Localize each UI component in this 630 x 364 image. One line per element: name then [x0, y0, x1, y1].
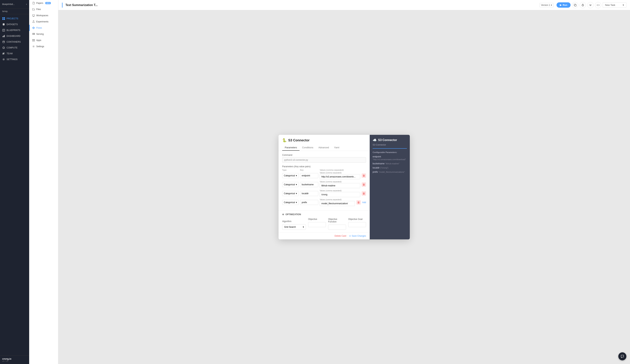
- tab-advanced[interactable]: Advanced: [316, 145, 332, 151]
- card-left-panel: 🐍 S3 Connector Parameters Conditions Adv…: [278, 135, 370, 239]
- param-key-input-0[interactable]: [300, 173, 318, 178]
- svg-rect-45: [32, 40, 33, 41]
- objective-inputs: Objective Objective Function Objective G…: [308, 218, 366, 230]
- sidebar-item-team[interactable]: TEAM: [0, 51, 29, 56]
- config-param-bucketname: bucketname "libhub-readme": [372, 162, 407, 165]
- delete-card-button[interactable]: Delete Card: [334, 235, 346, 237]
- param-val-input-1[interactable]: [320, 183, 360, 188]
- config-button[interactable]: [587, 2, 594, 8]
- algo-select[interactable]: Grid Search ▾: [282, 224, 306, 230]
- type-chevron-icon-1: ▾: [296, 183, 297, 186]
- tab-yaml[interactable]: Yaml: [332, 145, 342, 151]
- timer-button[interactable]: [580, 2, 586, 8]
- param-val-group-3: Values (comma separated): [320, 199, 355, 206]
- param-val-group-2: Values (comma separated): [320, 190, 360, 197]
- type-chevron-icon-0: ▾: [296, 174, 297, 177]
- delete-param-btn-1[interactable]: 🗑: [362, 182, 366, 187]
- sidebar-user: tanay.: [0, 8, 29, 14]
- sidebar-close-btn[interactable]: ‹: [26, 2, 27, 6]
- param-type-select-0[interactable]: Categorical ▾: [282, 173, 298, 178]
- sidebar-item-projects[interactable]: PROJECTS: [0, 16, 29, 21]
- optimization-label: OPTIMIZATION: [286, 213, 301, 216]
- sub-sidebar-item-sub-settings[interactable]: Settings: [29, 43, 58, 49]
- svg-rect-43: [32, 39, 33, 40]
- topbar: Text Summarization T... Version 1 ▾ ▶ Ru…: [58, 0, 630, 10]
- params-list: Categorical ▾ Values (comma separated) 🗑: [282, 172, 366, 208]
- save-changes-label: Save Changes: [352, 235, 366, 237]
- svg-rect-0: [2, 17, 4, 18]
- sub-sidebar-item-flows[interactable]: Flows: [29, 25, 58, 31]
- copy-button[interactable]: [572, 2, 578, 8]
- delete-param-btn-0[interactable]: 🗑: [362, 173, 366, 178]
- val-label-0: Values (comma separated): [320, 172, 360, 174]
- svg-rect-44: [34, 39, 35, 40]
- version-selector[interactable]: Version 1 ▾: [540, 3, 554, 7]
- param-key-input-1[interactable]: [300, 182, 318, 187]
- config-param-name-bucketname: bucketname: [372, 162, 384, 165]
- param-key-input-2[interactable]: [300, 191, 318, 196]
- topbar-actions: ▶ Run New Task ▾: [556, 2, 626, 8]
- sidebar-item-compute[interactable]: COMPUTE: [0, 45, 29, 51]
- config-param-endpoint: endpoint "http://s3.amazonaws.com/downlo…: [372, 155, 407, 161]
- type-chevron-icon-3: ▾: [296, 201, 297, 204]
- param-val-input-2[interactable]: [320, 192, 360, 197]
- param-type-select-2[interactable]: Categorical ▾: [282, 191, 298, 196]
- sidebar-top: blueprintsd... ‹: [0, 0, 29, 8]
- objective-function-input[interactable]: [328, 225, 346, 230]
- optimization-header[interactable]: ⊖ OPTIMIZATION: [282, 213, 366, 216]
- sub-sidebar-item-serving[interactable]: Serving: [29, 31, 58, 37]
- sidebar-item-settings[interactable]: SETTINGS: [0, 56, 29, 62]
- card-right-panel: ☁️ S3 Connector S3 Connector Configurabl…: [370, 135, 410, 239]
- sidebar-item-containers[interactable]: CONTAINERS: [0, 39, 29, 45]
- tab-parameters[interactable]: Parameters: [282, 145, 300, 151]
- svg-point-25: [3, 59, 4, 60]
- delete-param-btn-3[interactable]: 🗑: [356, 200, 361, 205]
- sub-sidebar-label-workspaces: Workspaces: [36, 14, 48, 17]
- sub-sidebar-item-experiments[interactable]: Experiments: [29, 18, 58, 25]
- content-area: 🐍 S3 Connector Parameters Conditions Adv…: [58, 10, 630, 364]
- param-key-input-3[interactable]: [300, 200, 318, 205]
- param-val-input-0[interactable]: [320, 174, 360, 179]
- config-param-name-prefix: prefix: [372, 171, 378, 173]
- sidebar-item-blueprints[interactable]: BLUEPRINTS: [0, 27, 29, 33]
- add-param-link[interactable]: Add: [362, 201, 366, 204]
- col-type-header: Type: [282, 169, 298, 171]
- objective-goal-input[interactable]: [348, 222, 366, 227]
- param-type-label-2: Categorical: [284, 192, 295, 195]
- configurable-label: Configurable Parameters:: [372, 151, 407, 153]
- sidebar-item-datasets[interactable]: DATASETS: [0, 21, 29, 27]
- sub-sidebar-label-sub-settings: Settings: [36, 45, 44, 48]
- command-input[interactable]: [282, 157, 366, 163]
- sub-sidebar-item-apps[interactable]: Apps: [29, 37, 58, 43]
- main-area: Text Summarization T... Version 1 ▾ ▶ Ru…: [58, 0, 630, 364]
- param-type-label-0: Categorical: [284, 174, 295, 177]
- svg-point-31: [32, 28, 33, 28]
- params-section-label: Parameters (Key value pairs): [282, 165, 366, 168]
- sidebar-item-label-datasets: DATASETS: [6, 23, 18, 26]
- save-changes-button[interactable]: ⊙ Save Changes: [349, 235, 366, 237]
- card-footer: Delete Card ⊙ Save Changes: [278, 232, 370, 239]
- sub-sidebar-item-workspaces[interactable]: Workspaces: [29, 12, 58, 18]
- code-button[interactable]: [595, 2, 601, 8]
- card-title: S3 Connector: [288, 138, 310, 142]
- cpu-icon: [2, 46, 5, 49]
- tab-conditions[interactable]: Conditions: [300, 145, 316, 151]
- svg-rect-10: [4, 35, 4, 37]
- sidebar-item-label-team: TEAM: [6, 52, 12, 55]
- task-selector[interactable]: New Task ▾: [603, 2, 626, 8]
- task-selector-chevron-icon: ▾: [623, 4, 624, 6]
- sub-sidebar-item-files[interactable]: Files: [29, 6, 58, 12]
- param-val-input-3[interactable]: [320, 201, 355, 206]
- sidebar-item-dashboard[interactable]: DASHBOARD: [0, 33, 29, 39]
- objective-input[interactable]: [308, 222, 326, 227]
- param-type-select-3[interactable]: Categorical ▾: [282, 200, 298, 205]
- delete-param-btn-2[interactable]: 🗑: [362, 191, 366, 196]
- svg-rect-3: [4, 19, 5, 20]
- sub-sidebar-item-papers[interactable]: Papers NEW: [29, 0, 58, 6]
- python-icon: 🐍: [282, 138, 287, 142]
- chat-button[interactable]: [618, 352, 626, 360]
- run-button[interactable]: ▶ Run: [556, 2, 570, 8]
- param-type-select-1[interactable]: Categorical ▾: [282, 182, 298, 187]
- param-val-group-1: Values (comma separated): [320, 181, 360, 188]
- users-icon: [2, 52, 5, 55]
